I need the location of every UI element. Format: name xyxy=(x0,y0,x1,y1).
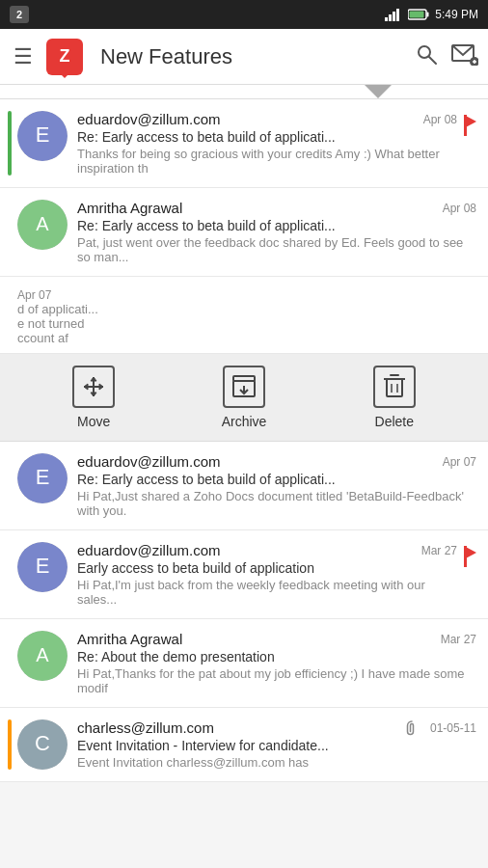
app-bar-title: New Features xyxy=(100,44,232,69)
svg-rect-0 xyxy=(385,17,388,21)
logo-text: Z xyxy=(60,46,70,67)
email-content: eduardov@zillum.com Mar 27 Early access … xyxy=(77,542,457,607)
svg-text:E: E xyxy=(36,465,50,489)
email-content: Amritha Agrawal Apr 08 Re: Early access … xyxy=(77,200,476,264)
status-bar: 2 5:49 PM xyxy=(0,0,488,29)
compose-icon xyxy=(451,42,478,66)
svg-text:A: A xyxy=(36,644,49,665)
email-date: Apr 07 xyxy=(443,455,476,469)
email-flag-area xyxy=(457,542,476,571)
email-list: E eduardov@zillum.com Apr 08 Re: Early a… xyxy=(0,99,488,782)
avatar: C xyxy=(17,719,68,770)
svg-marker-16 xyxy=(464,115,476,128)
unread-indicator xyxy=(8,111,12,176)
flag-icon xyxy=(457,115,476,136)
email-item[interactable]: E eduardov@zillum.com Mar 27 Early acces… xyxy=(0,530,488,619)
email-sender: charless@zillum.com xyxy=(77,719,214,736)
email-date: 01-05-11 xyxy=(430,721,476,735)
search-button[interactable] xyxy=(415,42,438,71)
email-sender: Amritha Agrawal xyxy=(77,200,182,216)
unread-indicator xyxy=(8,200,12,264)
clock: 5:49 PM xyxy=(435,8,478,21)
partial-line2: e not turned xyxy=(17,316,476,331)
email-item[interactable]: E eduardov@zillum.com Apr 08 Re: Early a… xyxy=(0,99,488,188)
notification-badge: 2 xyxy=(10,6,29,23)
hamburger-button[interactable]: ☰ xyxy=(10,41,37,73)
attachment-icon xyxy=(405,720,419,736)
avatar: A xyxy=(17,200,68,250)
svg-text:C: C xyxy=(35,731,50,755)
email-content: charless@zillum.com 01-05-11 Event Invit… xyxy=(77,719,476,770)
svg-rect-6 xyxy=(410,12,424,18)
app-bar-left: ☰ Z New Features xyxy=(10,39,232,75)
status-right: 5:49 PM xyxy=(385,8,478,21)
delete-action[interactable]: Delete xyxy=(373,366,416,429)
context-menu: Move Archive xyxy=(0,354,488,442)
unread-indicator xyxy=(8,631,12,695)
email-content: eduardov@zillum.com Apr 07 Re: Early acc… xyxy=(77,453,476,518)
svg-text:E: E xyxy=(36,122,50,147)
email-preview: Hi Pat,I'm just back from the weekly fee… xyxy=(77,578,457,607)
battery-icon xyxy=(408,9,429,20)
email-preview: Thanks for being so gracious with your c… xyxy=(77,147,457,176)
delete-label: Delete xyxy=(375,414,414,429)
email-preview: Hi Pat,Thanks for the pat about my job e… xyxy=(77,666,476,695)
email-item[interactable]: A Amritha Agrawal Mar 27 Re: About the d… xyxy=(0,619,488,708)
svg-marker-33 xyxy=(464,546,476,559)
archive-action[interactable]: Archive xyxy=(222,366,267,429)
email-sender: eduardov@zillum.com xyxy=(77,453,221,470)
move-label: Move xyxy=(77,414,110,429)
email-item[interactable]: A Amritha Agrawal Apr 08 Re: Early acces… xyxy=(0,188,488,277)
email-preview: Event Invitation charless@zillum.com has xyxy=(77,755,476,770)
partial-line1: d of applicati... xyxy=(17,302,476,316)
email-subject: Early access to beta build of applicatio… xyxy=(77,560,457,576)
email-sender: eduardov@zillum.com xyxy=(77,542,221,558)
email-item[interactable]: E eduardov@zillum.com Apr 07 Re: Early a… xyxy=(0,442,488,530)
svg-rect-23 xyxy=(387,379,402,396)
archive-icon-container xyxy=(223,366,265,408)
partial-email-item: Apr 07 d of applicati... e not turned cc… xyxy=(0,277,488,354)
signal-icon xyxy=(385,8,402,21)
svg-rect-1 xyxy=(389,14,392,21)
svg-line-8 xyxy=(429,57,436,64)
email-sender: Amritha Agrawal xyxy=(77,631,182,647)
email-content: eduardov@zillum.com Apr 08 Re: Early acc… xyxy=(77,111,457,176)
move-action[interactable]: Move xyxy=(72,366,115,429)
email-date: Mar 27 xyxy=(421,544,457,557)
email-preview: Pat, just went over the feedback doc sha… xyxy=(77,235,476,264)
status-left: 2 xyxy=(10,6,29,23)
search-icon xyxy=(415,42,438,66)
archive-label: Archive xyxy=(222,414,267,429)
email-date: Mar 27 xyxy=(441,633,476,646)
flag-icon xyxy=(457,546,476,567)
app-logo: Z xyxy=(46,39,83,75)
email-content: Amritha Agrawal Mar 27 Re: About the dem… xyxy=(77,631,476,695)
move-icon xyxy=(81,374,106,399)
avatar: E xyxy=(17,453,68,503)
svg-point-7 xyxy=(419,46,430,58)
compose-button[interactable] xyxy=(451,42,478,71)
delete-icon xyxy=(382,373,407,400)
svg-text:E: E xyxy=(36,554,50,578)
email-item[interactable]: C charless@zillum.com 01-05-11 Event Inv… xyxy=(0,708,488,782)
unread-indicator xyxy=(8,453,12,518)
email-subject: Re: Early access to beta build of applic… xyxy=(77,129,457,145)
email-date: Apr 08 xyxy=(443,202,476,215)
unread-indicator xyxy=(8,719,12,770)
app-bar: ☰ Z New Features xyxy=(0,29,488,85)
email-subject: Re: Early access to beta build of applic… xyxy=(77,472,476,487)
email-subject: Event Invitation - Interview for candida… xyxy=(77,738,476,753)
app-bar-actions xyxy=(415,42,478,71)
avatar: A xyxy=(17,631,68,681)
svg-text:A: A xyxy=(36,213,49,234)
dropdown-indicator xyxy=(365,85,392,98)
email-subject: Re: About the demo presentation xyxy=(77,649,476,665)
email-preview: Hi Pat,Just shared a Zoho Docs document … xyxy=(77,489,476,518)
svg-rect-2 xyxy=(393,12,395,21)
svg-rect-3 xyxy=(396,9,399,21)
email-sender: eduardov@zillum.com xyxy=(77,111,221,127)
partial-accent xyxy=(8,288,12,341)
delete-icon-container xyxy=(373,366,416,408)
move-icon-container xyxy=(72,366,115,408)
archive-icon xyxy=(230,373,258,400)
